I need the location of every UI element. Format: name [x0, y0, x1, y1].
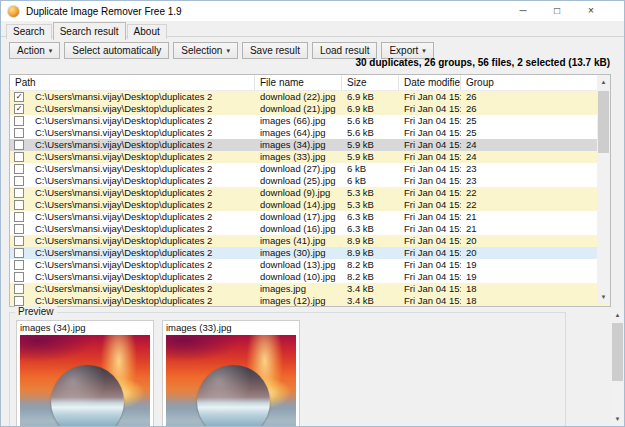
column-header-path[interactable]: Path	[10, 75, 255, 90]
tab-search[interactable]: Search	[6, 24, 52, 39]
table-row[interactable]: C:\Users\mansi.vijay\Desktop\duplicates …	[10, 187, 610, 199]
checkbox-cell	[10, 223, 30, 235]
preview-item[interactable]: images (34).jpg	[16, 320, 154, 427]
group-cell: 23	[461, 163, 610, 175]
table-row[interactable]: C:\Users\mansi.vijay\Desktop\duplicates …	[10, 163, 610, 175]
results-summary: 30 duplicates, 26 groups, 56 files, 2 se…	[355, 57, 610, 68]
table-row[interactable]: ✓C:\Users\mansi.vijay\Desktop\duplicates…	[10, 103, 610, 115]
checkbox-cell	[10, 235, 30, 247]
date-modified-cell: Fri Jan 04 15:3...	[399, 235, 461, 247]
table-row[interactable]: C:\Users\mansi.vijay\Desktop\duplicates …	[10, 199, 610, 211]
table-row[interactable]: C:\Users\mansi.vijay\Desktop\duplicates …	[10, 235, 610, 247]
path-cell: C:\Users\mansi.vijay\Desktop\duplicates …	[30, 187, 255, 199]
group-cell: 18	[461, 295, 610, 307]
date-modified-cell: Fri Jan 04 15:3...	[399, 139, 461, 151]
group-cell: 22	[461, 199, 610, 211]
column-header-date-modified[interactable]: Date modified	[399, 75, 461, 90]
table-scrollbar[interactable]: ▲ ▼	[597, 75, 610, 304]
selection-button[interactable]: Selection▾	[173, 42, 238, 59]
column-header-group[interactable]: Group	[461, 75, 610, 90]
row-checkbox[interactable]	[14, 116, 24, 126]
group-cell: 24	[461, 139, 610, 151]
save-result-button[interactable]: Save result	[242, 42, 308, 59]
preview-caption: images (34).jpg	[20, 322, 150, 334]
table-row[interactable]: C:\Users\mansi.vijay\Desktop\duplicates …	[10, 139, 610, 151]
row-checkbox[interactable]	[14, 272, 24, 282]
table-row[interactable]: C:\Users\mansi.vijay\Desktop\duplicates …	[10, 175, 610, 187]
checkbox-cell	[10, 247, 30, 259]
table-row[interactable]: C:\Users\mansi.vijay\Desktop\duplicates …	[10, 259, 610, 271]
maximize-button[interactable]: □	[540, 2, 574, 20]
path-cell: C:\Users\mansi.vijay\Desktop\duplicates …	[30, 115, 255, 127]
table-row[interactable]: C:\Users\mansi.vijay\Desktop\duplicates …	[10, 247, 610, 259]
table-row[interactable]: C:\Users\mansi.vijay\Desktop\duplicates …	[10, 295, 610, 307]
scroll-down-icon[interactable]: ▼	[597, 290, 610, 304]
dropdown-caret-icon: ▾	[422, 47, 426, 54]
row-checkbox[interactable]	[14, 236, 24, 246]
date-modified-cell: Fri Jan 04 15:2...	[399, 211, 461, 223]
table-header: PathFile nameSizeDate modifiedGroup	[10, 75, 610, 91]
row-checkbox[interactable]	[14, 284, 24, 294]
table-row[interactable]: C:\Users\mansi.vijay\Desktop\duplicates …	[10, 211, 610, 223]
file-name-cell: download (27).jpg	[255, 163, 342, 175]
table-row[interactable]: C:\Users\mansi.vijay\Desktop\duplicates …	[10, 271, 610, 283]
date-modified-cell: Fri Jan 04 15:2...	[399, 223, 461, 235]
preview-scrollbar[interactable]: ▲ ▼	[611, 308, 624, 426]
column-header-file-name[interactable]: File name	[255, 75, 342, 90]
scroll-up-icon[interactable]: ▲	[597, 75, 610, 89]
tab-search-result[interactable]: Search result	[53, 22, 126, 40]
row-checkbox[interactable]	[14, 176, 24, 186]
preview-scrollbar-thumb[interactable]	[612, 323, 623, 381]
row-checkbox[interactable]	[14, 260, 24, 270]
scroll-down-icon[interactable]: ▼	[611, 412, 624, 426]
row-checkbox[interactable]	[14, 296, 24, 306]
close-button[interactable]: ×	[574, 2, 608, 20]
select-automatically-button[interactable]: Select automatically	[64, 42, 169, 59]
toolbar-button-label: Load result	[320, 45, 369, 56]
app-icon	[7, 5, 20, 18]
row-checkbox[interactable]	[14, 152, 24, 162]
checkbox-cell	[10, 115, 30, 127]
scroll-up-icon[interactable]: ▲	[611, 308, 624, 322]
preview-panel: Preview images (34).jpgimages (33).jpg	[9, 312, 566, 427]
checkbox-cell	[10, 199, 30, 211]
date-modified-cell: Fri Jan 04 15:3...	[399, 151, 461, 163]
path-cell: C:\Users\mansi.vijay\Desktop\duplicates …	[30, 271, 255, 283]
size-cell: 8.2 kB	[342, 259, 399, 271]
row-checkbox[interactable]: ✓	[14, 104, 24, 114]
row-checkbox[interactable]	[14, 212, 24, 222]
table-row[interactable]: C:\Users\mansi.vijay\Desktop\duplicates …	[10, 283, 610, 295]
column-header-size[interactable]: Size	[342, 75, 399, 90]
group-cell: 21	[461, 223, 610, 235]
row-checkbox[interactable]	[14, 164, 24, 174]
checkbox-cell	[10, 271, 30, 283]
table-scrollbar-thumb[interactable]	[598, 91, 609, 153]
group-cell: 19	[461, 259, 610, 271]
row-checkbox[interactable]	[14, 188, 24, 198]
path-cell: C:\Users\mansi.vijay\Desktop\duplicates …	[30, 139, 255, 151]
table-row[interactable]: ✓C:\Users\mansi.vijay\Desktop\duplicates…	[10, 91, 610, 103]
date-modified-cell: Fri Jan 04 15:3...	[399, 163, 461, 175]
checkbox-cell: ✓	[10, 91, 30, 103]
row-checkbox[interactable]	[14, 224, 24, 234]
row-checkbox[interactable]	[14, 140, 24, 150]
row-checkbox[interactable]	[14, 128, 24, 138]
app-window: Duplicate Image Remover Free 1.9 ─□× Sea…	[0, 0, 625, 427]
date-modified-cell: Fri Jan 04 15:2...	[399, 199, 461, 211]
row-checkbox[interactable]	[14, 200, 24, 210]
group-cell: 21	[461, 211, 610, 223]
checkbox-cell	[10, 139, 30, 151]
row-checkbox[interactable]: ✓	[14, 92, 24, 102]
table-row[interactable]: C:\Users\mansi.vijay\Desktop\duplicates …	[10, 127, 610, 139]
table-row[interactable]: C:\Users\mansi.vijay\Desktop\duplicates …	[10, 115, 610, 127]
preview-item[interactable]: images (33).jpg	[162, 320, 300, 427]
action-button[interactable]: Action▾	[9, 42, 60, 59]
table-row[interactable]: C:\Users\mansi.vijay\Desktop\duplicates …	[10, 151, 610, 163]
title-bar: Duplicate Image Remover Free 1.9 ─□×	[1, 1, 624, 21]
size-cell: 5.9 kB	[342, 151, 399, 163]
minimize-button[interactable]: ─	[506, 2, 540, 20]
row-checkbox[interactable]	[14, 248, 24, 258]
path-cell: C:\Users\mansi.vijay\Desktop\duplicates …	[30, 295, 255, 307]
table-row[interactable]: C:\Users\mansi.vijay\Desktop\duplicates …	[10, 223, 610, 235]
tab-about[interactable]: About	[127, 24, 167, 39]
